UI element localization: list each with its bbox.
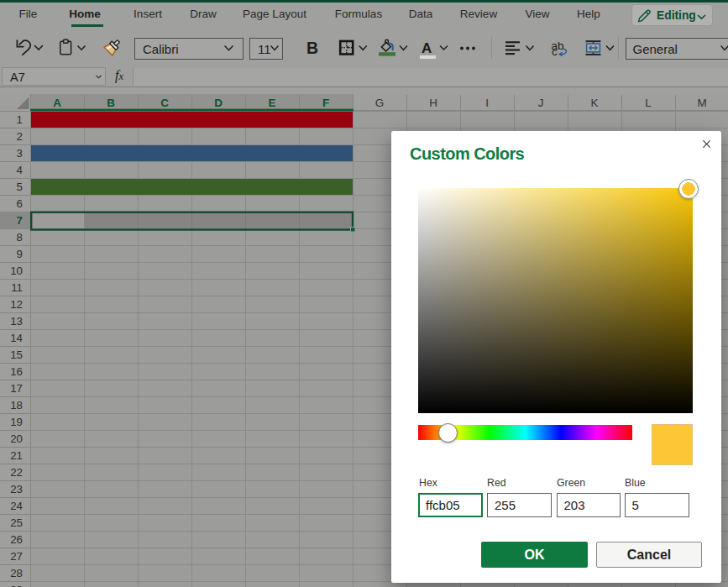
svg-text:7: 7 bbox=[17, 214, 23, 227]
svg-text:26: 26 bbox=[10, 533, 23, 546]
svg-text:D: D bbox=[214, 97, 223, 109]
svg-text:18: 18 bbox=[10, 399, 23, 411]
svg-text:4: 4 bbox=[17, 164, 23, 176]
svg-text:17: 17 bbox=[10, 382, 23, 395]
svg-text:3: 3 bbox=[17, 147, 23, 160]
svg-text:24: 24 bbox=[10, 500, 23, 512]
svg-text:8: 8 bbox=[17, 231, 23, 244]
svg-text:15: 15 bbox=[10, 349, 23, 361]
svg-text:F: F bbox=[322, 97, 329, 109]
svg-text:11: 11 bbox=[11, 281, 23, 294]
svg-text:12: 12 bbox=[10, 298, 23, 311]
svg-text:19: 19 bbox=[10, 416, 23, 428]
svg-text:K: K bbox=[591, 97, 599, 109]
svg-text:27: 27 bbox=[10, 550, 23, 563]
svg-text:M: M bbox=[697, 97, 706, 109]
svg-text:B: B bbox=[107, 97, 115, 109]
svg-text:G: G bbox=[375, 97, 384, 109]
svg-text:9: 9 bbox=[17, 248, 23, 260]
svg-text:c: c bbox=[552, 45, 558, 58]
svg-text:6: 6 bbox=[17, 197, 23, 210]
svg-text:C: C bbox=[160, 97, 169, 109]
svg-text:16: 16 bbox=[10, 365, 23, 378]
svg-text:25: 25 bbox=[10, 516, 23, 529]
svg-text:13: 13 bbox=[10, 315, 23, 328]
svg-text:I: I bbox=[485, 97, 489, 109]
svg-text:E: E bbox=[269, 97, 276, 109]
svg-text:14: 14 bbox=[10, 332, 23, 344]
svg-text:28: 28 bbox=[10, 567, 23, 579]
svg-text:H: H bbox=[429, 97, 437, 109]
svg-text:A: A bbox=[53, 97, 61, 109]
svg-text:L: L bbox=[645, 97, 651, 109]
svg-text:1: 1 bbox=[17, 113, 23, 126]
svg-text:22: 22 bbox=[10, 466, 23, 479]
svg-text:B: B bbox=[306, 39, 318, 57]
svg-text:20: 20 bbox=[10, 432, 23, 445]
svg-text:5: 5 bbox=[17, 181, 23, 193]
svg-text:23: 23 bbox=[10, 483, 23, 495]
svg-text:29: 29 bbox=[10, 584, 23, 587]
svg-text:A: A bbox=[422, 40, 432, 56]
svg-text:10: 10 bbox=[10, 265, 23, 277]
svg-text:21: 21 bbox=[10, 449, 23, 462]
svg-text:2: 2 bbox=[17, 130, 23, 143]
svg-text:J: J bbox=[538, 97, 544, 109]
